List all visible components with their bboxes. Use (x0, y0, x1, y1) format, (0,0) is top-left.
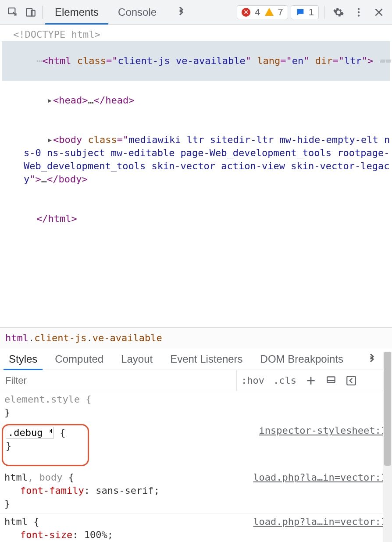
subtab-computed[interactable]: Computed (46, 348, 112, 370)
svg-rect-6 (327, 377, 335, 382)
rule-source-link[interactable]: load.php?la…in=vector:1 (253, 471, 387, 484)
dom-doctype[interactable]: <!DOCTYPE html> (2, 28, 390, 41)
close-icon[interactable] (370, 7, 388, 18)
toggle-hov-button[interactable]: :hov (237, 370, 269, 391)
rule-selector: html (4, 472, 28, 483)
warning-count: 7 (278, 7, 283, 18)
rule-html[interactable]: load.php?la…in=vector:1 html { font-size… (0, 513, 392, 542)
rule-close-brace: } (6, 440, 11, 451)
tab-overflow[interactable] (166, 0, 196, 24)
styles-rules: element.style { } inspector-stylesheet:1… (0, 391, 392, 542)
css-value[interactable]: : 100%; (72, 529, 113, 540)
breadcrumb[interactable]: html.client-js.ve-available (0, 327, 392, 348)
svg-point-3 (358, 8, 360, 10)
dom-html-open[interactable]: ⋯<html class="client-js ve-available" la… (2, 41, 390, 81)
styles-filter-bar: :hov .cls (0, 370, 392, 391)
error-count: 4 (255, 7, 260, 18)
svg-rect-7 (347, 376, 356, 385)
subtab-styles[interactable]: Styles (0, 348, 46, 370)
scrollbar-thumb[interactable] (384, 352, 391, 466)
dom-head[interactable]: ▸<head>…</head> (2, 81, 390, 120)
expand-twisty-icon[interactable]: ▸ (47, 94, 53, 107)
styles-subtabs: Styles Computed Layout Event Listeners D… (0, 348, 392, 370)
inspect-element-icon[interactable] (4, 7, 22, 18)
selected-node-ref: == $0 (379, 55, 392, 66)
css-value[interactable]: : sans-serif; (84, 485, 160, 496)
subtab-overflow[interactable] (358, 348, 386, 370)
panel-tabs: Elements Console (45, 0, 196, 24)
styles-scrollbar[interactable] (383, 352, 392, 542)
rule-selector-input[interactable] (6, 427, 54, 439)
subtab-event-listeners[interactable]: Event Listeners (161, 348, 251, 370)
rule-html-body[interactable]: load.php?la…in=vector:1 html, body { fon… (0, 469, 392, 513)
svg-point-5 (358, 14, 360, 16)
error-icon: ✕ (242, 8, 250, 17)
rule-close-brace: } (4, 407, 10, 418)
warning-icon (265, 8, 274, 16)
dom-html-close[interactable]: </html> (2, 199, 390, 239)
css-property[interactable]: font-family (4, 485, 84, 496)
breadcrumb-tag: html (5, 332, 29, 343)
svg-point-4 (358, 11, 360, 13)
rule-source-link[interactable]: load.php?la…in=vector:1 (253, 515, 387, 528)
rule-source-link[interactable]: inspector-stylesheet:1 (259, 424, 387, 437)
toggle-cls-button[interactable]: .cls (269, 370, 301, 391)
ellipsis-icon: ⋯ (36, 55, 41, 66)
rule-selector: element.style { (4, 394, 92, 405)
rule-close-brace: } (4, 498, 10, 509)
error-warning-pill[interactable]: ✕ 4 7 (237, 5, 288, 19)
subtab-dom-breakpoints[interactable]: DOM Breakpoints (252, 348, 352, 370)
devtools-toolbar: Elements Console ✕ 4 7 1 (0, 0, 392, 25)
styles-filter-input[interactable] (0, 370, 237, 391)
issues-count: 1 (309, 7, 314, 18)
css-property[interactable]: font-size (4, 529, 72, 540)
device-toolbar-icon[interactable] (22, 7, 39, 18)
kebab-menu-icon[interactable] (350, 7, 367, 18)
device-color-button[interactable] (321, 370, 341, 391)
breadcrumb-class: ve-available (93, 332, 162, 343)
toolbar-divider (42, 6, 43, 19)
rule-selector: html (4, 516, 28, 527)
settings-icon[interactable] (330, 7, 347, 18)
issues-pill[interactable]: 1 (291, 5, 319, 19)
new-style-rule-button[interactable] (301, 370, 321, 391)
tab-console[interactable]: Console (108, 0, 166, 24)
subtab-layout[interactable]: Layout (112, 348, 161, 370)
rule-element-style[interactable]: element.style { } (0, 391, 392, 422)
dom-body[interactable]: ▸<body class="mediawiki ltr sitedir-ltr … (2, 120, 390, 199)
toolbar-divider (324, 6, 324, 19)
expand-twisty-icon[interactable]: ▸ (47, 133, 53, 146)
breadcrumb-class: client-js (34, 332, 86, 343)
rule-debug-highlight[interactable]: inspector-stylesheet:1 { } (0, 422, 392, 469)
dom-tree[interactable]: <!DOCTYPE html> ⋯<html class="client-js … (0, 25, 392, 327)
computed-toggle-button[interactable] (341, 370, 361, 391)
tab-elements[interactable]: Elements (45, 0, 108, 24)
